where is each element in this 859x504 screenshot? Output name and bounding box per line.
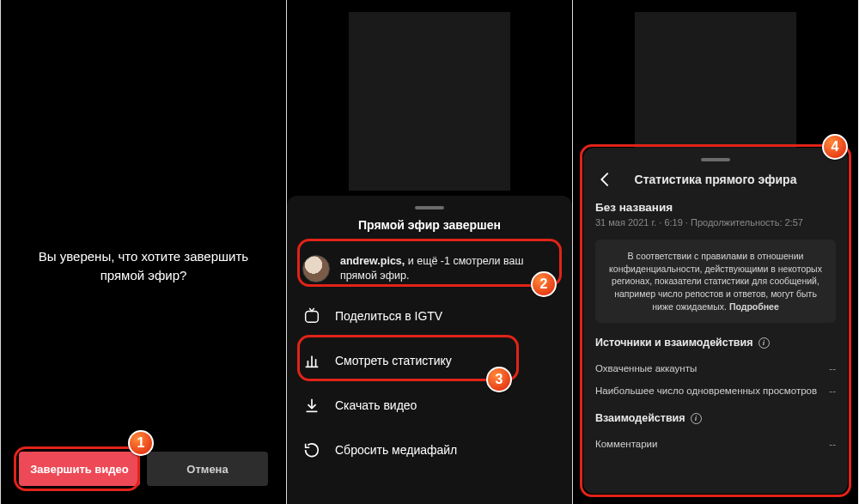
stat-value: -- (829, 363, 836, 373)
section-label: Взаимодействия (595, 412, 685, 424)
notice-text: В соответствии с правилами в отношении к… (609, 251, 822, 312)
stat-label: Комментарии (595, 439, 657, 449)
info-icon[interactable]: i (758, 337, 770, 349)
download-icon (302, 396, 321, 415)
stat-value: -- (829, 439, 836, 449)
section-label: Источники и взаимодействия (595, 337, 753, 349)
stats-sheet: Статистика прямого эфира Без названия 31… (583, 148, 848, 494)
svg-rect-0 (306, 311, 319, 322)
stat-value: -- (829, 386, 836, 396)
screen-end-confirm: Вы уверены, что хотите завершить прямой … (0, 0, 286, 504)
stat-row-accounts: Охваченные аккаунты -- (595, 357, 836, 380)
option-label: Скачать видео (335, 398, 417, 412)
section-sources: Источники и взаимодействия i (595, 337, 836, 349)
stat-row-comments: Комментарии -- (595, 433, 836, 455)
video-preview (349, 12, 510, 191)
screen-live-stats: Статистика прямого эфира Без названия 31… (572, 0, 858, 504)
confirm-button-row: Завершить видео Отмена (19, 452, 268, 486)
video-preview (635, 12, 796, 148)
cancel-button[interactable]: Отмена (147, 452, 268, 486)
avatar (302, 255, 330, 282)
privacy-notice: В соответствии с правилами в отношении к… (595, 240, 836, 323)
confirm-message: Вы уверены, что хотите завершить прямой … (1, 247, 286, 285)
live-name: Без названия (595, 201, 836, 214)
end-video-button[interactable]: Завершить видео (19, 452, 140, 486)
chart-icon (302, 351, 321, 370)
option-view-stats[interactable]: Смотреть статистику (287, 338, 572, 383)
info-icon[interactable]: i (691, 413, 702, 424)
stat-row-peak: Наибольшее число одновременных просмотро… (595, 380, 836, 402)
option-share-igtv[interactable]: Поделиться в IGTV (287, 294, 572, 338)
stats-title: Статистика прямого эфира (595, 173, 836, 186)
stats-header: Статистика прямого эфира (595, 170, 836, 189)
live-meta: 31 мая 2021 г. · 6:19 · Продолжительност… (595, 217, 836, 228)
option-discard[interactable]: Сбросить медиафайл (287, 428, 572, 472)
option-label: Сбросить медиафайл (335, 443, 457, 457)
option-label: Поделиться в IGTV (335, 309, 442, 323)
viewers-row[interactable]: andrew.pics, и ещё -1 смотрели ваш прямо… (287, 244, 572, 294)
stat-label: Охваченные аккаунты (595, 363, 697, 373)
section-interactions: Взаимодействия i (595, 412, 836, 424)
notice-more-link[interactable]: Подробнее (729, 301, 779, 312)
option-label: Смотреть статистику (335, 354, 452, 367)
option-download[interactable]: Скачать видео (287, 383, 572, 428)
stat-label: Наибольшее число одновременных просмотро… (595, 386, 817, 396)
viewers-text: andrew.pics, и ещё -1 смотрели ваш прямо… (340, 254, 557, 283)
sheet-title: Прямой эфир завершен (287, 218, 572, 244)
drag-handle[interactable] (701, 158, 730, 161)
discard-icon (302, 440, 321, 459)
bottom-sheet: Прямой эфир завершен andrew.pics, и ещё … (287, 196, 572, 504)
viewer-username: andrew.pics, (340, 255, 405, 267)
igtv-icon (302, 307, 321, 325)
screen-live-ended: Прямой эфир завершен andrew.pics, и ещё … (286, 0, 572, 504)
drag-handle[interactable] (415, 206, 444, 209)
